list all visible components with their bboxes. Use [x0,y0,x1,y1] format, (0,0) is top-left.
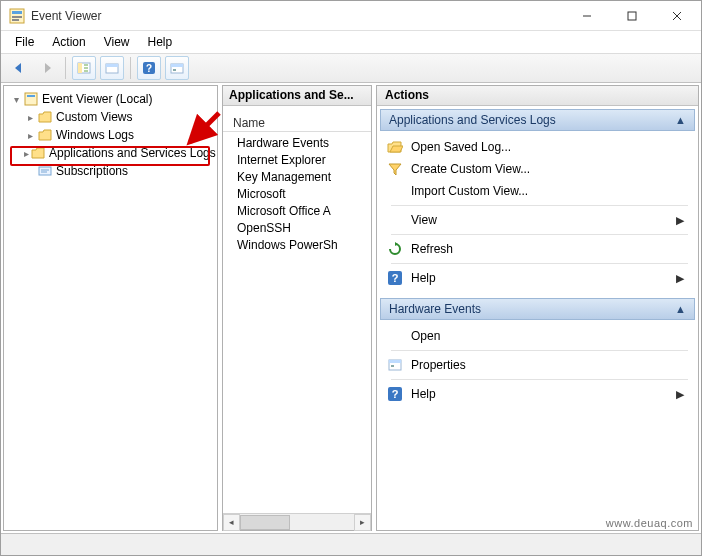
svg-rect-19 [39,167,51,175]
action-properties[interactable]: Properties [385,354,694,376]
properties-icon [387,357,403,373]
scroll-thumb[interactable] [240,515,290,530]
list-item[interactable]: Windows PowerSh [237,238,371,255]
action-label: Open [411,329,694,343]
open-folder-icon [387,139,403,155]
action-label: Refresh [411,242,694,256]
tree-root[interactable]: ▾ Event Viewer (Local) [6,90,215,108]
toolbar-separator [130,57,131,79]
action-label: Help [411,271,668,285]
tree-item-label: Subscriptions [54,164,130,178]
action-view-submenu[interactable]: View ▶ [385,209,694,231]
action-help[interactable]: ? Help ▶ [385,267,694,289]
tree-item-custom-views[interactable]: ▸ Custom Views [6,108,215,126]
action-group-label: Hardware Events [389,302,481,316]
action-label: View [411,213,668,227]
collapse-icon[interactable]: ▲ [675,303,686,315]
folder-icon [31,147,45,159]
forward-button[interactable] [35,56,59,80]
action-label: Create Custom View... [411,162,694,176]
action-group-label: Applications and Services Logs [389,113,556,127]
export-button[interactable] [100,56,124,80]
menu-view[interactable]: View [96,33,138,51]
list-item[interactable]: Microsoft [237,187,371,204]
back-button[interactable] [7,56,31,80]
action-open[interactable]: Open [385,325,694,347]
menu-help[interactable]: Help [140,33,181,51]
list-item[interactable]: Microsoft Office A [237,204,371,221]
tree-root-label: Event Viewer (Local) [40,92,155,106]
close-button[interactable] [654,2,699,30]
menu-file[interactable]: File [7,33,42,51]
list-item[interactable]: Key Management [237,170,371,187]
action-help-2[interactable]: ? Help ▶ [385,383,694,405]
action-group-header-logs[interactable]: Applications and Services Logs ▲ [380,109,695,131]
tree-item-label: Windows Logs [54,128,136,142]
action-create-custom-view[interactable]: Create Custom View... [385,158,694,180]
expand-icon[interactable]: ▸ [24,112,36,123]
help-button[interactable]: ? [137,56,161,80]
maximize-button[interactable] [609,2,654,30]
show-hide-tree-button[interactable] [72,56,96,80]
tree-item-app-services-logs[interactable]: ▸ Applications and Services Logs [6,144,215,162]
scroll-right-button[interactable]: ▸ [354,514,371,531]
folder-icon [38,111,52,123]
horizontal-scrollbar[interactable]: ◂ ▸ [223,513,371,530]
submenu-arrow-icon: ▶ [676,388,694,401]
menubar: File Action View Help [1,31,701,53]
window-title: Event Viewer [31,9,564,23]
separator [391,350,688,351]
tree-panel: ▾ Event Viewer (Local) ▸ Custom Views ▸ … [3,85,218,531]
tree: ▾ Event Viewer (Local) ▸ Custom Views ▸ … [4,86,217,184]
body: ▾ Event Viewer (Local) ▸ Custom Views ▸ … [1,83,701,533]
toolbar: ? [1,53,701,83]
list-item[interactable]: Internet Explorer [237,153,371,170]
folder-icon [38,129,52,141]
action-refresh[interactable]: Refresh [385,238,694,260]
svg-rect-1 [12,11,22,14]
svg-rect-15 [171,64,183,67]
svg-text:?: ? [392,388,399,400]
column-header-name[interactable]: Name [223,112,371,132]
tree-item-subscriptions[interactable]: Subscriptions [6,162,215,180]
tree-item-label: Custom Views [54,110,134,124]
svg-rect-24 [389,360,401,363]
properties-button[interactable] [165,56,189,80]
titlebar: Event Viewer [1,1,701,31]
subscriptions-icon [38,165,52,177]
expand-icon[interactable]: ▸ [24,130,36,141]
action-label: Properties [411,358,694,372]
svg-rect-3 [12,19,19,21]
blank-icon [387,328,403,344]
action-group-header-hardware[interactable]: Hardware Events ▲ [380,298,695,320]
action-label: Open Saved Log... [411,140,694,154]
actions-group-2: Open Properties ? Help ▶ [377,323,698,411]
svg-rect-17 [25,93,37,105]
svg-rect-16 [173,69,176,71]
svg-text:?: ? [392,272,399,284]
menu-action[interactable]: Action [44,33,93,51]
help-icon: ? [387,386,403,402]
expand-icon[interactable]: ▸ [24,148,29,159]
action-import-custom-view[interactable]: Import Custom View... [385,180,694,202]
collapse-icon[interactable]: ▾ [10,94,22,105]
svg-rect-5 [628,12,636,20]
separator [391,263,688,264]
collapse-icon[interactable]: ▲ [675,114,686,126]
actions-group-1: Open Saved Log... Create Custom View... … [377,134,698,295]
blank-icon [387,183,403,199]
filter-icon [387,161,403,177]
action-open-saved-log[interactable]: Open Saved Log... [385,136,694,158]
toolbar-separator [65,57,66,79]
minimize-button[interactable] [564,2,609,30]
scroll-left-button[interactable]: ◂ [223,514,240,531]
actions-title: Actions [377,86,698,106]
tree-item-windows-logs[interactable]: ▸ Windows Logs [6,126,215,144]
event-viewer-icon [24,92,38,106]
help-icon: ? [387,270,403,286]
list-item[interactable]: Hardware Events [237,136,371,153]
statusbar [1,533,701,555]
list-item[interactable]: OpenSSH [237,221,371,238]
separator [391,379,688,380]
blank-icon [387,212,403,228]
